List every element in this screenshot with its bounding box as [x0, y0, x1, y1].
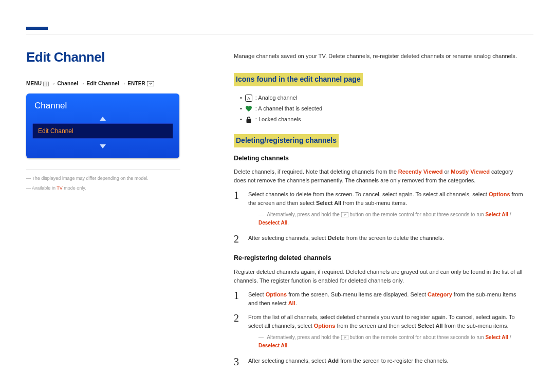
t: Select All: [485, 212, 508, 217]
footnote-model-text: The displayed image may differ depending…: [32, 176, 148, 181]
footnote-tv-a: Available in: [32, 185, 57, 191]
t: After selecting channels, select: [248, 235, 328, 241]
footnote-tv-mode: ― Available in TV mode only.: [26, 185, 180, 192]
heart-text: : A channel that is selected: [255, 104, 322, 113]
step-2-tip: ― Alternatively, press and hold the butt…: [258, 333, 526, 349]
lock-icon: [245, 116, 252, 123]
lock-text: : Locked channels: [255, 115, 301, 124]
page-title: Edit Channel: [26, 49, 180, 65]
enter-icon: [341, 212, 348, 217]
heart-icon: [245, 105, 252, 113]
enter-icon: [341, 335, 348, 340]
top-rule: [26, 34, 533, 34]
footnote-model: ― The displayed image may differ dependi…: [26, 175, 180, 182]
tv-menu-widget: Channel Edit Channel: [26, 94, 179, 158]
deleting-intro: Delete channels, if required. Note that …: [234, 167, 526, 185]
breadcrumb: MENU → Channel → Edit Channel → ENTER: [26, 81, 180, 86]
intro-text: Manage channels saved on your TV. Delete…: [234, 52, 526, 61]
t: or: [442, 169, 451, 175]
t: /: [508, 212, 511, 217]
t: from the screen and then select: [335, 323, 417, 329]
t: Alternatively, press and hold the: [267, 212, 341, 217]
deleting-steps: 1 Select channels to delete from the scr…: [234, 190, 526, 244]
step-number: 1: [234, 190, 241, 200]
step-body: Select channels to delete from the scree…: [248, 190, 526, 229]
analog-box-icon: A: [245, 95, 252, 102]
left-divider: [26, 170, 180, 170]
t: Recently Viewed: [398, 169, 443, 175]
reregister-intro: Register deleted channels again, if requ…: [234, 268, 526, 285]
t: Category: [428, 291, 452, 297]
t: Alternatively, press and hold the: [267, 334, 341, 340]
sub-deleting-channels: Deleting channels: [234, 154, 526, 163]
icon-row-locked: • : Locked channels: [240, 115, 526, 124]
tv-down-arrow-row: [32, 142, 173, 151]
bullet-icon: •: [240, 115, 242, 124]
chevron-down-icon[interactable]: [99, 144, 106, 149]
chevron-up-icon[interactable]: [99, 116, 106, 121]
t: After selecting channels, select: [248, 358, 328, 364]
step-body: After selecting channels, select Add fro…: [248, 357, 526, 365]
tv-up-arrow-row: [32, 114, 173, 123]
bullet-icon: •: [240, 104, 242, 113]
step-number: 2: [234, 313, 241, 323]
tv-menu-header: Channel: [34, 101, 173, 111]
t: Select All: [485, 334, 508, 340]
t: .: [287, 343, 289, 348]
svg-rect-8: [246, 119, 251, 123]
t: Options: [266, 291, 287, 297]
step-number: 3: [234, 357, 241, 367]
step-2: 2 From the list of all channels, select …: [234, 313, 526, 351]
svg-rect-0: [43, 82, 49, 86]
t: from the screen. Sub-menu items are disp…: [287, 291, 428, 297]
left-column: Edit Channel MENU → Channel → Edit Chann…: [26, 49, 180, 191]
t: button on the remote control for about t…: [348, 334, 486, 340]
icon-legend: • A : Analog channel • : A channel that …: [240, 94, 526, 124]
step-2: 2 After selecting channels, select Delet…: [234, 234, 526, 244]
t: Select All: [316, 200, 341, 206]
t: Options: [489, 191, 510, 197]
step-body: After selecting channels, select Delete …: [248, 234, 526, 242]
t: from the screen to delete the channels.: [345, 235, 444, 241]
reregister-steps: 1 Select Options from the screen. Sub-me…: [234, 290, 526, 367]
step-body: From the list of all channels, select de…: [248, 313, 526, 351]
dash-icon: ―: [26, 176, 32, 181]
step-1-tip: ― Alternatively, press and hold the butt…: [258, 211, 526, 227]
t: Delete channels, if required. Note that …: [234, 169, 398, 175]
svg-marker-4: [100, 117, 106, 121]
bullet-icon: •: [240, 94, 242, 102]
path-enter: ENTER: [127, 81, 145, 86]
icon-row-analog: • A : Analog channel: [240, 94, 526, 102]
path-arrow-1: →: [50, 81, 57, 86]
tv-menu-item-edit-channel[interactable]: Edit Channel: [32, 123, 173, 139]
dash-icon: ―: [258, 212, 264, 217]
t: Add: [328, 358, 339, 364]
t: /: [508, 334, 511, 340]
step-3: 3 After selecting channels, select Add f…: [234, 357, 526, 367]
t: Deselect All: [258, 343, 287, 348]
path-menu: MENU: [26, 81, 42, 86]
t: from the sub-menu items.: [341, 200, 407, 206]
t: Deselect All: [258, 220, 287, 226]
footnote-tv-c: mode only.: [63, 185, 86, 191]
t: from the screen to re-register the chann…: [339, 358, 448, 364]
step-1: 1 Select Options from the screen. Sub-me…: [234, 290, 526, 308]
step-number: 2: [234, 234, 241, 244]
enter-icon: [147, 81, 154, 86]
t: .: [295, 300, 297, 306]
path-arrow-2: →: [80, 81, 86, 86]
t: Select: [248, 291, 266, 297]
path-channel: Channel: [57, 81, 78, 86]
analog-text: : Analog channel: [255, 94, 297, 102]
path-arrow-3: →: [121, 81, 127, 86]
footnote-tv-b: TV: [57, 185, 63, 191]
icon-row-selected: • : A channel that is selected: [240, 104, 526, 113]
dash-icon: ―: [258, 334, 264, 340]
dash-icon: ―: [26, 185, 32, 191]
svg-text:A: A: [247, 96, 250, 101]
svg-marker-5: [100, 144, 106, 148]
t: Options: [314, 323, 336, 329]
t: Delete: [328, 235, 345, 241]
step-body: Select Options from the screen. Sub-menu…: [248, 290, 526, 308]
t: Select channels to delete from the scree…: [248, 191, 489, 197]
